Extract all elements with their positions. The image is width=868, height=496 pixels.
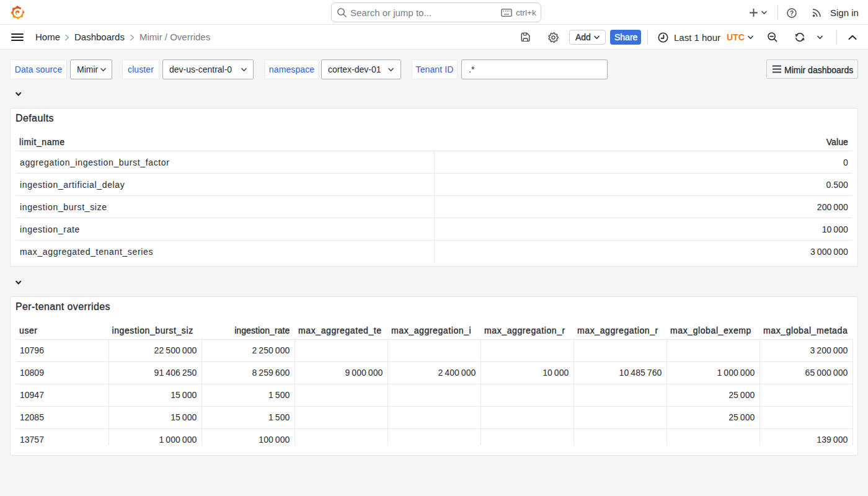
svg-text:?: ? (790, 9, 794, 16)
